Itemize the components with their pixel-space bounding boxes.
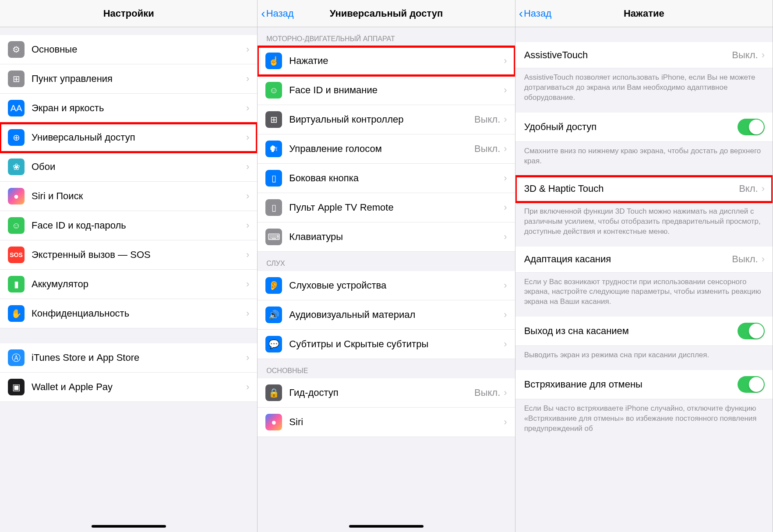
faceid-icon: ☺: [8, 217, 25, 234]
row-label: Выход из сна касанием: [524, 325, 738, 337]
page-title: Нажатие: [624, 8, 664, 19]
settings-row[interactable]: ▮ Аккумулятор ›: [0, 270, 257, 299]
settings-row[interactable]: 🗣 Управление голосом Выкл. ›: [258, 134, 515, 164]
control-center-icon: ⊞: [8, 70, 25, 87]
settings-row[interactable]: ▯ Пульт Apple TV Remote ›: [258, 193, 515, 222]
settings-row[interactable]: ⊞ Виртуальный контроллер Выкл. ›: [258, 105, 515, 134]
chevron-right-icon: ›: [762, 254, 765, 265]
settings-row[interactable]: ☺ Face ID и внимание ›: [258, 76, 515, 105]
section-header: СЛУХ: [258, 252, 515, 271]
settings-row[interactable]: ▯ Боковая кнопка ›: [258, 164, 515, 193]
chevron-right-icon: ›: [504, 114, 507, 125]
settings-row[interactable]: 👂 Слуховые устройства ›: [258, 271, 515, 300]
settings-row[interactable]: Удобный доступ: [515, 113, 773, 142]
back-button[interactable]: ‹ Назад: [261, 7, 293, 21]
home-indicator: [349, 525, 424, 528]
voice-control-icon: 🗣: [265, 141, 282, 157]
chevron-right-icon: ›: [504, 387, 507, 398]
privacy-icon: ✋: [8, 305, 25, 322]
settings-row[interactable]: Ⓐ iTunes Store и App Store ›: [0, 343, 257, 373]
row-label: Боковая кнопка: [289, 173, 504, 184]
section-footer: Выводить экран из режима сна при касании…: [515, 346, 773, 370]
settings-row[interactable]: ❀ Обои ›: [0, 152, 257, 182]
chevron-right-icon: ›: [246, 44, 249, 55]
row-label: Экран и яркость: [32, 102, 246, 114]
settings-row[interactable]: 💬 Субтитры и Скрытые субтитры ›: [258, 330, 515, 359]
hearing-icon: 👂: [265, 277, 282, 294]
row-value: Выкл.: [474, 387, 500, 398]
header: ‹ Назад Нажатие: [515, 0, 773, 27]
chevron-right-icon: ›: [246, 102, 249, 114]
chevron-right-icon: ›: [762, 183, 765, 194]
chevron-right-icon: ›: [504, 173, 507, 184]
accessibility-panel: ‹ Назад Универсальный доступ МОТОРНО-ДВИ…: [258, 0, 515, 532]
back-button[interactable]: ‹ Назад: [519, 7, 551, 21]
settings-row[interactable]: ⚙ Основные ›: [0, 35, 257, 64]
settings-row[interactable]: 🔊 Аудиовизуальный материал ›: [258, 300, 515, 330]
chevron-right-icon: ›: [246, 249, 249, 261]
chevron-right-icon: ›: [504, 309, 507, 321]
chevron-right-icon: ›: [246, 161, 249, 173]
settings-row[interactable]: ▣ Wallet и Apple Pay ›: [0, 373, 257, 402]
toggle-switch[interactable]: [738, 376, 765, 393]
row-label: Виртуальный контроллер: [289, 114, 474, 125]
settings-row[interactable]: ✋ Конфиденциальность ›: [0, 299, 257, 328]
settings-row[interactable]: ⌨ Клавиатуры ›: [258, 222, 515, 252]
toggle-switch[interactable]: [738, 119, 765, 135]
chevron-right-icon: ›: [246, 132, 249, 143]
settings-row[interactable]: Выход из сна касанием: [515, 317, 773, 346]
settings-row[interactable]: ☺ Face ID и код-пароль ›: [0, 211, 257, 240]
header: ‹ Назад Универсальный доступ: [258, 0, 515, 27]
row-label: Нажатие: [289, 55, 504, 67]
row-value: Выкл.: [732, 49, 758, 61]
row-label: Субтитры и Скрытые субтитры: [289, 338, 504, 350]
row-value: Выкл.: [474, 143, 500, 155]
settings-row[interactable]: AA Экран и яркость ›: [0, 94, 257, 123]
chevron-right-icon: ›: [246, 381, 249, 393]
section-header: МОТОРНО-ДВИГАТЕЛЬНЫЙ АППАРАТ: [258, 27, 515, 46]
section-footer: AssistiveTouch позволяет использовать iP…: [515, 68, 773, 113]
row-label: Основные: [32, 44, 246, 55]
section-footer: Если у Вас возникают трудности при испол…: [515, 273, 773, 317]
settings-row[interactable]: ⊕ Универсальный доступ ›: [0, 123, 257, 152]
settings-row[interactable]: Встряхивание для отмены: [515, 370, 773, 399]
settings-row[interactable]: 🔒 Гид-доступ Выкл. ›: [258, 378, 515, 408]
guided-access-icon: 🔒: [265, 384, 282, 401]
gear-icon: ⚙: [8, 41, 25, 58]
settings-row[interactable]: ☝ Нажатие ›: [258, 46, 515, 76]
settings-row[interactable]: AssistiveTouch Выкл.›: [515, 42, 773, 68]
row-label: Универсальный доступ: [32, 132, 246, 143]
chevron-right-icon: ›: [246, 352, 249, 363]
settings-row[interactable]: SOS Экстренный вызов — SOS ›: [0, 240, 257, 270]
row-label: Обои: [32, 161, 246, 173]
section-footer: Смахните вниз по нижнему краю экрана, чт…: [515, 142, 773, 176]
tv-remote-icon: ▯: [265, 199, 282, 216]
audiovisual-icon: 🔊: [265, 307, 282, 323]
section-footer: Если Вы часто встряхиваете iPhone случай…: [515, 399, 773, 444]
back-label: Назад: [266, 8, 294, 19]
row-label: Siri и Поиск: [32, 190, 246, 202]
row-label: Управление голосом: [289, 143, 474, 155]
battery-icon: ▮: [8, 276, 25, 292]
touch-list: AssistiveTouch Выкл.› AssistiveTouch поз…: [515, 27, 773, 532]
appstore-icon: Ⓐ: [8, 349, 25, 366]
back-label: Назад: [524, 8, 551, 19]
header: Настройки: [0, 0, 257, 27]
chevron-right-icon: ›: [762, 49, 765, 61]
settings-row[interactable]: ● Siri и Поиск ›: [0, 182, 257, 211]
chevron-right-icon: ›: [504, 338, 507, 350]
settings-row[interactable]: ⊞ Пункт управления ›: [0, 64, 257, 94]
chevron-right-icon: ›: [504, 55, 507, 67]
settings-row[interactable]: ● Siri ›: [258, 408, 515, 437]
settings-row[interactable]: 3D & Haptic Touch Вкл.›: [515, 176, 773, 202]
page-title: Универсальный доступ: [330, 8, 443, 19]
subtitles-icon: 💬: [265, 336, 282, 352]
display-icon: AA: [8, 100, 25, 116]
toggle-switch[interactable]: [738, 323, 765, 339]
settings-row[interactable]: Адаптация касания Выкл.›: [515, 247, 773, 273]
touch-panel: ‹ Назад Нажатие AssistiveTouch Выкл.› As…: [515, 0, 773, 532]
keyboard-icon: ⌨: [265, 229, 282, 245]
siri-icon2: ●: [265, 414, 282, 430]
faceid-attention-icon: ☺: [265, 82, 282, 99]
row-label: Пункт управления: [32, 73, 246, 85]
